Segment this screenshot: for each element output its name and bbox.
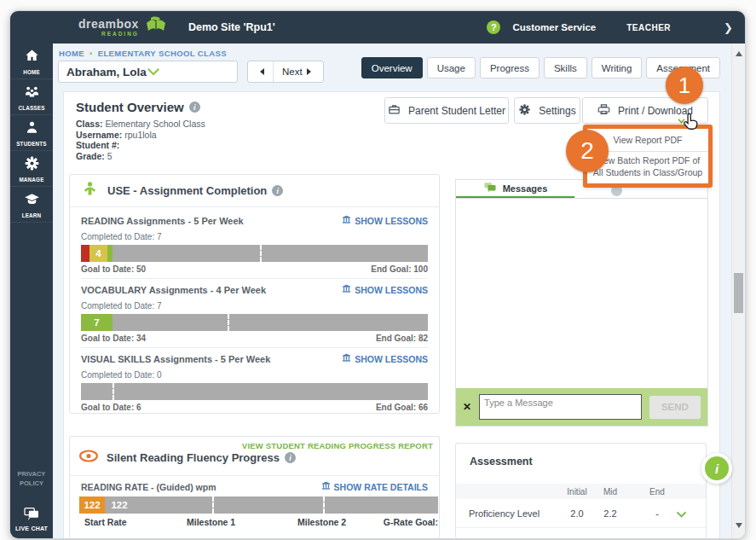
person-arms-icon	[81, 180, 99, 201]
goal-marker	[113, 383, 114, 400]
sidebar-item-classes[interactable]: CLASSES	[10, 79, 53, 115]
scroll-up-arrow[interactable]	[736, 48, 742, 56]
chevron-down-icon	[147, 64, 160, 79]
app-window: dreambox READING Demo Site 'Rpu1' ? Cust…	[9, 10, 746, 539]
expand-chevron-icon[interactable]	[676, 509, 687, 520]
chat-bubbles-icon	[23, 507, 40, 524]
triangle-left-icon	[257, 68, 264, 75]
triangle-right-icon	[307, 68, 315, 75]
chat-icon	[483, 182, 497, 195]
show-lessons-link[interactable]: SHOW LESSONS	[342, 284, 428, 295]
breadcrumb-separator: •	[89, 49, 93, 58]
home-icon	[24, 48, 40, 67]
site-name: Demo Site 'Rpu1'	[188, 21, 275, 33]
page-title: Student Overview i	[76, 100, 200, 114]
tab-writing[interactable]: Writing	[592, 57, 643, 78]
message-history	[456, 199, 707, 388]
letter-icon	[388, 103, 401, 119]
gear-icon	[518, 103, 531, 119]
student-icon	[24, 119, 40, 139]
assignment-completion-card: USE - Assignment Completion i READING As…	[69, 174, 440, 414]
info-icon[interactable]: i	[189, 102, 200, 113]
goal-marker	[228, 314, 229, 331]
annotation-step-1: 1	[666, 67, 703, 104]
milestone-1-marker	[212, 496, 214, 514]
show-rate-details-link[interactable]: SHOW RATE DETAILS	[321, 481, 428, 492]
eye-icon	[78, 449, 99, 467]
show-lessons-link[interactable]: SHOW LESSONS	[342, 215, 428, 226]
report-tabs: Overview Usage Progress Skills Writing A…	[361, 57, 720, 78]
dreambox-logo[interactable]: dreambox READING	[78, 16, 168, 38]
student-info: Class: Elementary School Class Username:…	[76, 119, 205, 161]
chevron-right-icon[interactable]: ❯	[724, 21, 733, 34]
show-lessons-link[interactable]: SHOW LESSONS	[342, 353, 428, 364]
sidebar-item-students[interactable]: STUDENTS	[10, 115, 53, 151]
scrollbar-thumb[interactable]	[734, 273, 743, 313]
gear-icon	[24, 155, 40, 175]
vocabulary-assignments-row: VOCABULARY Assignments - 4 Per Week SHOW…	[81, 284, 428, 343]
breadcrumb-home-link[interactable]: HOME	[59, 49, 84, 58]
info-icon[interactable]: i	[272, 185, 283, 196]
milestone-2-marker	[323, 496, 325, 514]
settings-button[interactable]: Settings	[514, 97, 580, 124]
message-input[interactable]	[479, 394, 642, 420]
reading-rate-bar: 122 122	[79, 496, 438, 514]
vocabulary-progress-bar: 7	[81, 314, 428, 331]
sidebar-item-learn[interactable]: LEARN	[10, 187, 53, 223]
tab-usage[interactable]: Usage	[427, 57, 476, 78]
breadcrumb: HOME • ELEMENTARY SCHOOL CLASS	[59, 49, 227, 58]
send-button[interactable]: SEND	[649, 396, 701, 419]
tab-messages[interactable]: Messages	[456, 180, 574, 198]
close-icon[interactable]: ✕	[463, 401, 471, 413]
messages-widget: Messages ✕ SEND	[455, 179, 708, 427]
assessment-table-header: Initial Mid End	[456, 484, 706, 499]
top-bar: dreambox READING Demo Site 'Rpu1' ? Cust…	[10, 11, 745, 44]
scroll-down-arrow[interactable]	[736, 523, 742, 531]
role-menu[interactable]: TEACHER	[626, 23, 671, 32]
overview-panel: Student Overview i Class: Elementary Sch…	[63, 91, 720, 538]
goal-marker	[260, 245, 262, 262]
building-icon	[342, 284, 351, 295]
reading-progress-bar: 4	[81, 245, 428, 262]
sidebar: HOME CLASSES STUDENTS MANAGE LEARN PRIVA…	[10, 44, 53, 538]
visual-skills-assignments-row: VISUAL SKILLS Assignments - 5 Per Week S…	[81, 353, 428, 412]
annotation-step-2: 2	[566, 130, 609, 172]
logo-subtext: READING	[101, 32, 139, 38]
visual-skills-progress-bar	[81, 383, 428, 400]
tab-overview[interactable]: Overview	[361, 57, 423, 78]
table-row: Proficiency Level 2.0 2.2 -	[456, 499, 706, 528]
building-icon	[342, 215, 351, 226]
vertical-scrollbar[interactable]	[731, 44, 745, 538]
logo-text: dreambox	[78, 18, 139, 30]
student-pager: Next	[247, 61, 324, 83]
classes-icon	[24, 84, 40, 103]
main-content: HOME • ELEMENTARY SCHOOL CLASS Abraham, …	[53, 44, 745, 538]
book-icon	[144, 16, 168, 38]
assessment-card: Assessment Initial Mid End Proficiency L…	[455, 443, 707, 538]
breadcrumb-class-link[interactable]: ELEMENTARY SCHOOL CLASS	[98, 49, 227, 58]
privacy-policy-link[interactable]: PRIVACY POLICY	[10, 469, 53, 489]
printer-icon	[597, 103, 610, 119]
cursor-hand-icon	[682, 112, 701, 132]
reading-assignments-row: READING Assignments - 5 Per Week SHOW LE…	[81, 215, 428, 274]
prev-student-button[interactable]	[248, 61, 273, 82]
live-chat-button[interactable]: LIVE CHAT	[10, 507, 53, 531]
building-icon	[342, 353, 351, 364]
fluency-progress-card: VIEW STUDENT READING PROGRESS REPORT Sil…	[69, 436, 440, 538]
tab-progress[interactable]: Progress	[480, 57, 540, 78]
next-student-button[interactable]: Next	[273, 61, 323, 82]
tab-skills[interactable]: Skills	[544, 57, 587, 78]
sidebar-item-home[interactable]: HOME	[10, 44, 53, 79]
help-question-icon[interactable]: ?	[487, 20, 500, 34]
message-input-bar: ✕ SEND	[456, 388, 707, 426]
info-icon[interactable]: i	[285, 452, 296, 463]
parent-student-letter-button[interactable]: Parent Student Letter	[384, 97, 509, 124]
info-fab-button[interactable]: i	[701, 453, 732, 484]
building-icon	[321, 481, 331, 492]
student-select-dropdown[interactable]: Abraham, Lola	[58, 61, 238, 83]
graduation-cap-icon	[24, 191, 40, 211]
customer-service-link[interactable]: Customer Service	[512, 22, 596, 32]
sidebar-item-manage[interactable]: MANAGE	[10, 151, 53, 187]
